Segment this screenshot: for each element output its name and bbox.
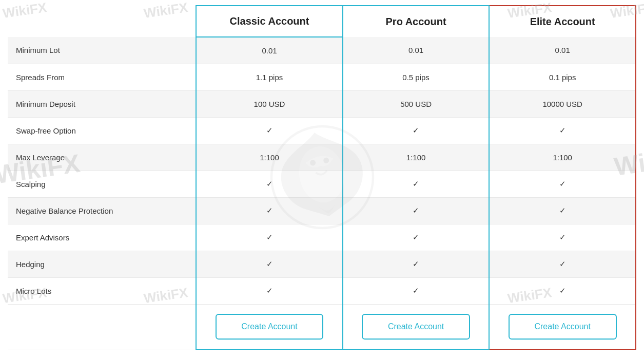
pro-value: ✓: [343, 224, 490, 251]
table-row: Hedging✓✓✓: [8, 251, 636, 277]
table-row: Micro Lots✓✓✓: [8, 277, 636, 304]
classic-value: 1.1 pips: [196, 64, 343, 90]
create-account-pro-button[interactable]: Create Account: [362, 314, 470, 340]
empty-header: [8, 6, 196, 37]
elite-value: ✓: [489, 277, 636, 304]
table-row: Minimum Deposit100 USD500 USD10000 USD: [8, 90, 636, 117]
row-label: Expert Advisors: [8, 224, 196, 251]
footer-row: Create AccountCreate AccountCreate Accou…: [8, 304, 636, 349]
classic-value: 100 USD: [196, 90, 343, 117]
elite-value: ✓: [489, 171, 636, 197]
classic-value: ✓: [196, 251, 343, 277]
pro-value: ✓: [343, 171, 490, 197]
create-account-classic-button[interactable]: Create Account: [216, 314, 324, 340]
row-label: Minimum Deposit: [8, 90, 196, 117]
pro-value: ✓: [343, 197, 490, 224]
elite-value: 0.01: [489, 37, 636, 64]
footer-empty: [8, 304, 196, 349]
comparison-table: Classic Account Pro Account Elite Accoun…: [8, 5, 636, 350]
footer-cell-2: Create Account: [489, 304, 636, 349]
row-label: Swap-free Option: [8, 117, 196, 144]
footer-cell-0: Create Account: [196, 304, 343, 349]
pro-value: ✓: [343, 251, 490, 277]
elite-value: 1:100: [489, 144, 636, 171]
pro-account-title: Pro Account: [386, 16, 446, 27]
elite-account-header: Elite Account: [489, 6, 636, 37]
classic-value: ✓: [196, 117, 343, 144]
classic-value: ✓: [196, 171, 343, 197]
pro-value: ✓: [343, 277, 490, 304]
table-row: Max Leverage1:1001:1001:100: [8, 144, 636, 171]
elite-value: ✓: [489, 197, 636, 224]
row-label: Scalping: [8, 171, 196, 197]
row-label: Minimum Lot: [8, 37, 196, 64]
footer-cell-1: Create Account: [343, 304, 490, 349]
elite-value: ✓: [489, 117, 636, 144]
row-label: Negative Balance Protection: [8, 197, 196, 224]
page-container: WikiFX WikiFX WikiFX WikiFX WikiFX Wik W…: [0, 0, 644, 355]
pro-value: 0.5 pips: [343, 64, 490, 90]
table-row: Expert Advisors✓✓✓: [8, 224, 636, 251]
classic-account-header: Classic Account: [196, 6, 343, 37]
classic-value: ✓: [196, 277, 343, 304]
classic-account-title: Classic Account: [230, 15, 309, 27]
row-label: Hedging: [8, 251, 196, 277]
table-row: Scalping✓✓✓: [8, 171, 636, 197]
table-row: Minimum Lot0.010.010.01: [8, 37, 636, 64]
table-row: Negative Balance Protection✓✓✓: [8, 197, 636, 224]
create-account-elite-button[interactable]: Create Account: [509, 314, 617, 340]
elite-value: 0.1 pips: [489, 64, 636, 90]
classic-value: 1:100: [196, 144, 343, 171]
row-label: Micro Lots: [8, 277, 196, 304]
table-row: Spreads From1.1 pips0.5 pips0.1 pips: [8, 64, 636, 90]
elite-account-title: Elite Account: [530, 16, 595, 27]
classic-value: ✓: [196, 224, 343, 251]
pro-value: 1:100: [343, 144, 490, 171]
row-label: Max Leverage: [8, 144, 196, 171]
row-label: Spreads From: [8, 64, 196, 90]
classic-value: 0.01: [196, 37, 343, 64]
classic-value: ✓: [196, 197, 343, 224]
elite-value: ✓: [489, 224, 636, 251]
table-row: Swap-free Option✓✓✓: [8, 117, 636, 144]
elite-value: 10000 USD: [489, 90, 636, 117]
pro-value: 0.01: [343, 37, 490, 64]
pro-value: 500 USD: [343, 90, 490, 117]
elite-value: ✓: [489, 251, 636, 277]
pro-value: ✓: [343, 117, 490, 144]
pro-account-header: Pro Account: [343, 6, 490, 37]
